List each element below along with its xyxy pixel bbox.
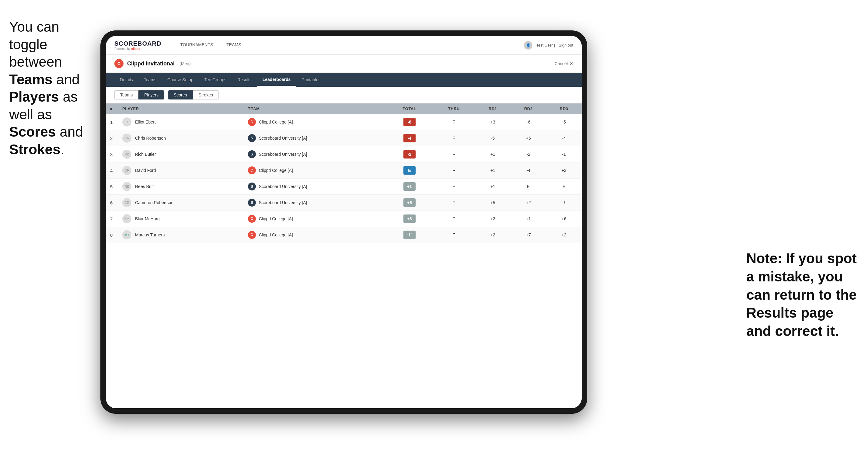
score-badge: +8: [403, 215, 415, 223]
rd3-cell: -1: [546, 195, 582, 211]
toggle-teams[interactable]: Teams: [114, 90, 138, 99]
rank-cell: 7: [106, 211, 118, 227]
col-rd2: RD2: [510, 103, 546, 114]
rank-cell: 1: [106, 114, 118, 130]
rd3-cell: +2: [546, 227, 582, 243]
nav-tournaments[interactable]: TOURNAMENTS: [174, 36, 220, 55]
annotation-right: Note: If you spot a mistake, you can ret…: [746, 249, 859, 340]
col-rd3: RD3: [546, 103, 582, 114]
player-name: Elliot Ebert: [135, 120, 156, 124]
tab-teams[interactable]: Teams: [138, 73, 162, 87]
rd1-cell: +3: [475, 114, 510, 130]
player-avatar: CR: [122, 133, 131, 143]
player-cell: DF David Ford: [118, 162, 244, 179]
tab-details[interactable]: Details: [114, 73, 138, 87]
player-avatar: CR: [122, 198, 131, 207]
rank-cell: 2: [106, 130, 118, 146]
rd2-cell: +1: [510, 211, 546, 227]
player-avatar: EE: [122, 118, 131, 127]
player-avatar: MT: [122, 230, 131, 240]
score-badge: -8: [403, 118, 415, 126]
thru-cell: F: [433, 195, 475, 211]
tournament-title-area: C Clippd Invitational (Men): [114, 59, 191, 68]
cancel-button[interactable]: Cancel ✕: [554, 61, 573, 66]
team-name: Scoreboard University [A]: [259, 200, 307, 205]
rank-cell: 4: [106, 162, 118, 179]
sign-out-link[interactable]: Sign out: [559, 43, 573, 48]
tab-course-setup[interactable]: Course Setup: [162, 73, 199, 87]
team-cell: C Clippd College [A]: [244, 114, 386, 130]
thru-cell: F: [433, 114, 475, 130]
team-name: Scoreboard University [A]: [259, 152, 307, 157]
rd3-cell: E: [546, 179, 582, 195]
team-name: Clippd College [A]: [259, 216, 293, 221]
player-cell: RB Rich Butler: [118, 146, 244, 162]
player-name: Chris Robertson: [135, 136, 166, 141]
rd1-cell: -5: [475, 130, 510, 146]
score-badge: +6: [403, 198, 415, 207]
rd3-cell: -4: [546, 130, 582, 146]
close-icon: ✕: [569, 61, 573, 66]
table-row: 5 RB Rees Britt S Scoreboard University …: [106, 179, 582, 195]
table-row: 6 CR Cameron Robertson S Scoreboard Univ…: [106, 195, 582, 211]
player-name: Blair McHarg: [135, 216, 160, 221]
toggle-players[interactable]: Players: [138, 90, 164, 99]
total-cell: +6: [386, 195, 433, 211]
players-table: # PLAYER TEAM TOTAL THRU RD1 RD2 RD3 1 E…: [106, 103, 582, 243]
rank-cell: 8: [106, 227, 118, 243]
toggle-strokes[interactable]: Strokes: [193, 90, 219, 99]
table-row: 7 BM Blair McHarg C Clippd College [A] +…: [106, 211, 582, 227]
thru-cell: F: [433, 146, 475, 162]
tablet-frame: SCOREBOARD Powered by clippd TOURNAMENTS…: [100, 30, 587, 414]
team-name: Clippd College [A]: [259, 232, 293, 237]
col-rd1: RD1: [475, 103, 510, 114]
player-name: Rees Britt: [135, 184, 154, 189]
user-label: Test User |: [536, 43, 555, 48]
team-cell: C Clippd College [A]: [244, 227, 386, 243]
team-icon: S: [248, 183, 256, 190]
tab-tee-groups[interactable]: Tee Groups: [199, 73, 232, 87]
player-avatar: DF: [122, 166, 131, 175]
toggle-bar: Teams Players Scores Strokes: [106, 87, 582, 103]
score-badge: E: [403, 166, 415, 175]
tab-results[interactable]: Results: [232, 73, 257, 87]
toggle-scores[interactable]: Scores: [168, 90, 193, 99]
table-row: 1 EE Elliot Ebert C Clippd College [A] -…: [106, 114, 582, 130]
rd2-cell: +7: [510, 227, 546, 243]
team-icon: S: [248, 150, 256, 158]
nav-teams[interactable]: TEAMS: [220, 36, 248, 55]
leaderboard-table: # PLAYER TEAM TOTAL THRU RD1 RD2 RD3 1 E…: [106, 103, 582, 408]
player-name: Cameron Robertson: [135, 200, 174, 205]
team-icon: C: [248, 118, 256, 126]
team-name: Scoreboard University [A]: [259, 136, 307, 141]
user-avatar: 👤: [524, 41, 532, 50]
team-cell: C Clippd College [A]: [244, 162, 386, 179]
rank-cell: 5: [106, 179, 118, 195]
table-header-row: # PLAYER TEAM TOTAL THRU RD1 RD2 RD3: [106, 103, 582, 114]
rank-cell: 6: [106, 195, 118, 211]
thru-cell: F: [433, 227, 475, 243]
table-row: 3 RB Rich Butler S Scoreboard University…: [106, 146, 582, 162]
team-name: Scoreboard University [A]: [259, 184, 307, 189]
tab-leaderboards[interactable]: Leaderboards: [257, 73, 296, 87]
total-cell: +8: [386, 211, 433, 227]
tab-printables[interactable]: Printables: [296, 73, 326, 87]
col-thru: THRU: [433, 103, 475, 114]
brand-name: clippd: [131, 47, 140, 51]
player-name: Marcus Turners: [135, 232, 164, 237]
total-cell: +11: [386, 227, 433, 243]
tournament-icon: C: [114, 59, 124, 68]
rd2-cell: -4: [510, 162, 546, 179]
player-cell: BM Blair McHarg: [118, 211, 244, 227]
thru-cell: F: [433, 162, 475, 179]
rd3-cell: -1: [546, 146, 582, 162]
tournament-name: Clippd Invitational: [127, 61, 175, 67]
team-icon: C: [248, 215, 256, 223]
rank-cell: 3: [106, 146, 118, 162]
col-player: PLAYER: [118, 103, 244, 114]
rd2-cell: +2: [510, 195, 546, 211]
player-avatar: RB: [122, 150, 131, 159]
team-cell: S Scoreboard University [A]: [244, 179, 386, 195]
total-cell: -2: [386, 146, 433, 162]
rd1-cell: +1: [475, 162, 510, 179]
